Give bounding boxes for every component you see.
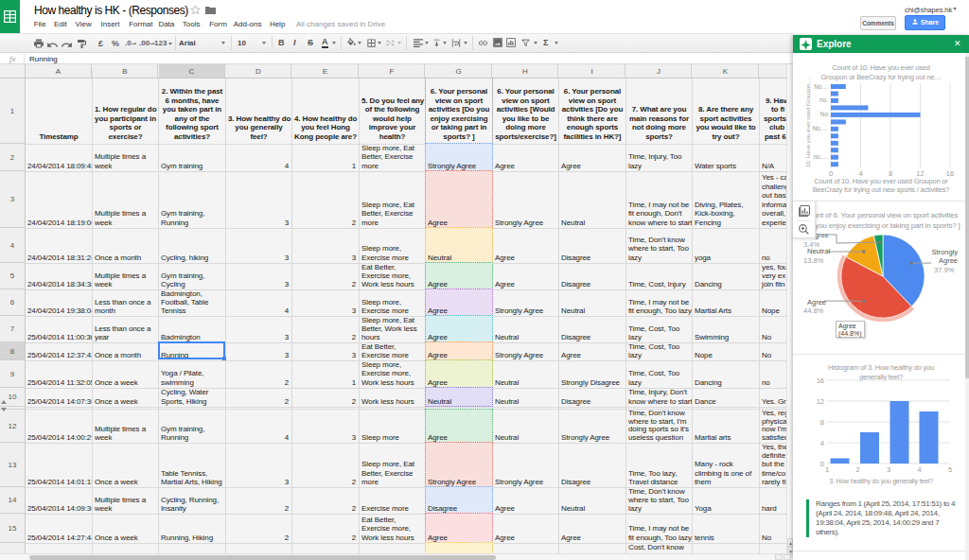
svg-text:2: 2 xyxy=(855,465,859,474)
svg-text:No,…: No,… xyxy=(812,125,828,131)
svg-text:No: No xyxy=(820,111,829,117)
svg-text:8: 8 xyxy=(820,418,824,427)
svg-text:no.: no. xyxy=(819,96,828,103)
svg-text:3: 3 xyxy=(887,465,890,474)
svg-text:No…: No… xyxy=(814,83,828,90)
svg-text:12: 12 xyxy=(817,397,824,406)
svg-text:4: 4 xyxy=(917,465,921,474)
svg-text:no,…: no,… xyxy=(813,153,828,160)
svg-text:1: 1 xyxy=(825,465,829,474)
svg-text:0: 0 xyxy=(820,460,824,468)
svg-text:4: 4 xyxy=(820,439,824,447)
svg-text:16: 16 xyxy=(817,376,824,385)
svg-text:5: 5 xyxy=(948,465,952,474)
